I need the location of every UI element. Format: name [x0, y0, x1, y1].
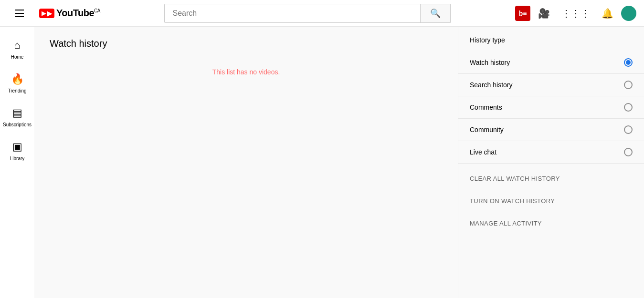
search-input[interactable] [165, 5, 420, 21]
watch-history-label: Watch history [470, 59, 510, 66]
search-history-radio[interactable] [624, 81, 633, 89]
comments-label: Comments [470, 103, 502, 111]
watch-history-radio[interactable] [624, 58, 633, 67]
sidebar-item-label: Library [10, 156, 25, 161]
header-left: ▶ YouTubeCA [8, 2, 100, 25]
header-center: 🔍 [100, 4, 515, 23]
header: ▶ YouTubeCA 🔍 b≡ 🎥 ⋮⋮⋮ 🔔 [0, 0, 644, 27]
page-title: Watch history [50, 38, 443, 49]
live-chat-label: Live chat [470, 148, 496, 156]
hamburger-icon [11, 6, 28, 21]
subscriptions-icon: ▤ [12, 107, 22, 119]
logo[interactable]: ▶ YouTubeCA [39, 8, 100, 19]
sidebar: ⌂ Home 🔥 Trending ▤ Subscriptions ▣ Libr… [0, 27, 34, 298]
youtube-logo-icon: ▶ [39, 9, 54, 18]
sidebar-item-label: Subscriptions [3, 122, 32, 127]
trending-icon: 🔥 [11, 73, 24, 85]
avatar[interactable] [621, 6, 636, 21]
turn-on-watch-history-button[interactable]: TURN ON WATCH HISTORY [458, 190, 644, 212]
empty-message: This list has no videos. [50, 68, 443, 76]
history-type-title: History type [458, 36, 644, 51]
radio-inner [626, 60, 631, 65]
community-label: Community [470, 126, 504, 134]
sidebar-item-label: Home [11, 54, 24, 60]
actions-section: CLEAR ALL WATCH HISTORY TURN ON WATCH HI… [458, 164, 644, 235]
search-bar: 🔍 [164, 4, 451, 23]
account-icon[interactable]: b≡ [515, 6, 530, 21]
hamburger-button[interactable] [8, 2, 32, 25]
layout: ⌂ Home 🔥 Trending ▤ Subscriptions ▣ Libr… [0, 27, 644, 298]
sidebar-item-library[interactable]: ▣ Library [0, 134, 34, 168]
clear-all-watch-history-button[interactable]: CLEAR ALL WATCH HISTORY [458, 167, 644, 190]
header-right: b≡ 🎥 ⋮⋮⋮ 🔔 [515, 4, 636, 23]
community-option[interactable]: Community [458, 119, 644, 141]
search-history-option[interactable]: Search history [458, 74, 644, 96]
sidebar-item-subscriptions[interactable]: ▤ Subscriptions [0, 100, 34, 134]
home-icon: ⌂ [14, 39, 20, 51]
library-icon: ▣ [12, 141, 22, 153]
search-history-label: Search history [470, 81, 512, 89]
right-panel: History type Watch history Search histor… [458, 27, 644, 298]
manage-all-activity-button[interactable]: MANAGE ALL ACTIVITY [458, 212, 644, 235]
create-button[interactable]: 🎥 [534, 4, 554, 23]
apps-button[interactable]: ⋮⋮⋮ [558, 4, 594, 23]
live-chat-radio[interactable] [624, 148, 633, 156]
main-content: Watch history This list has no videos. [34, 27, 458, 298]
logo-ca: CA [94, 8, 100, 13]
search-button[interactable]: 🔍 [420, 4, 450, 22]
comments-option[interactable]: Comments [458, 96, 644, 119]
comments-radio[interactable] [624, 103, 633, 112]
sidebar-item-trending[interactable]: 🔥 Trending [0, 66, 34, 100]
logo-text: YouTubeCA [56, 8, 100, 19]
sidebar-item-home[interactable]: ⌂ Home [0, 32, 34, 66]
watch-history-option[interactable]: Watch history [458, 51, 644, 74]
sidebar-item-label: Trending [8, 88, 26, 93]
live-chat-option[interactable]: Live chat [458, 141, 644, 164]
notifications-button[interactable]: 🔔 [598, 4, 617, 23]
community-radio[interactable] [624, 125, 633, 134]
